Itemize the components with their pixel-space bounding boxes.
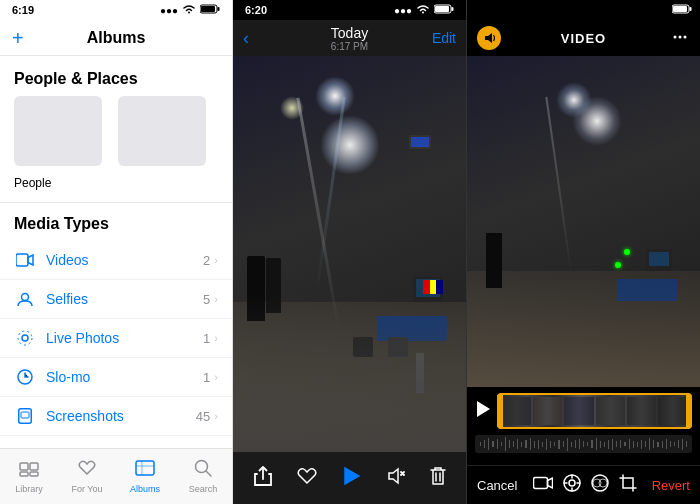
photo-battery-icon [434,4,454,16]
video-tool-icons [533,474,637,496]
people-thumb-1[interactable] [14,96,102,166]
photo-back-button[interactable]: ‹ [243,28,249,49]
tab-albums[interactable]: Albums [116,449,174,504]
videos-chevron: › [214,254,218,266]
waveform-bar [596,438,597,450]
waveform-bar [571,442,572,447]
video-play-button[interactable] [475,400,491,423]
waveform-bar [620,440,621,448]
timeline-strip[interactable] [497,393,692,429]
waveform-bar [538,440,539,449]
waveform-bar [670,441,671,447]
waveform-bar [530,438,531,450]
media-item-screenshots[interactable]: Screenshots 45 › [0,397,232,436]
waveform-bar [600,441,601,448]
waveform-bar [501,442,502,446]
video-battery [672,4,692,16]
waveform-bar [492,441,493,447]
videos-count: 2 [203,253,210,268]
tab-library-label: Library [15,484,43,494]
status-time: 6:19 [12,4,34,16]
svg-rect-18 [435,6,449,12]
people-thumb-2[interactable] [118,96,206,166]
timeline-handle-right[interactable] [686,393,692,429]
waveform-bar [662,441,663,448]
videos-label: Videos [46,252,203,268]
media-types-header: Media Types [0,211,232,241]
media-item-slo-mo[interactable]: Slo-mo 1 › [0,358,232,397]
tab-for-you[interactable]: For You [58,449,116,504]
share-button[interactable] [248,460,278,497]
mute-button[interactable] [379,461,411,496]
sound-icon[interactable] [477,26,501,50]
screenshots-count: 45 [196,409,210,424]
cancel-button[interactable]: Cancel [477,478,517,493]
timeline-filmstrip [497,393,692,429]
revert-button[interactable]: Revert [652,478,690,493]
video-light [556,82,592,118]
video-crop-tool[interactable] [619,474,637,496]
light-beam-2 [315,96,346,292]
waveform-bar [649,438,650,450]
photo-status-time: 6:20 [245,4,267,16]
video-adjust-tool[interactable] [563,474,581,496]
media-item-videos[interactable]: Videos 2 › [0,241,232,280]
svg-rect-1 [218,7,220,11]
video-filter-tool[interactable] [591,474,609,496]
add-album-button[interactable]: + [12,28,24,48]
people-places-header: People & Places [0,66,232,96]
waveform-bar [633,441,634,448]
delete-button[interactable] [424,460,452,497]
green-light-1 [624,249,630,255]
albums-content: People & Places People Media Types Video… [0,56,232,448]
tv [409,135,431,149]
svg-rect-14 [136,461,154,475]
waveform-bar [612,439,613,450]
waveform-bar [616,441,617,447]
video-scene [467,56,700,387]
selfies-chevron: › [214,293,218,305]
film-cell [627,397,656,425]
waveform-bar [546,439,547,450]
tab-search[interactable]: Search [174,449,232,504]
waveform-bar [587,442,588,446]
photo-edit-button[interactable]: Edit [432,30,456,46]
media-item-live-photos[interactable]: Live Photos 1 › [0,319,232,358]
waveform-bar [505,437,506,451]
tab-library[interactable]: Library [0,449,58,504]
waveform-bar [480,442,481,446]
people-label[interactable]: People [0,172,232,202]
albums-icon [135,459,155,482]
desk [377,316,447,341]
flag-pole [416,353,424,393]
tab-search-label: Search [189,484,218,494]
more-icon[interactable] [670,27,690,50]
svg-point-28 [592,475,608,491]
panel-albums: 6:19 ●●● + Albums Peop [0,0,233,504]
status-icons: ●●● [160,4,220,16]
panel-photo: 6:20 ●●● ‹ Today 6:17 PM [233,0,467,504]
screenshots-icon [14,405,36,427]
photo-title-main: Today [331,25,368,41]
media-item-selfies[interactable]: Selfies 5 › [0,280,232,319]
video-controls [467,387,700,465]
favorite-button[interactable] [291,461,323,496]
video-camera-tool[interactable] [533,475,553,495]
slo-mo-icon [14,366,36,388]
flag [423,280,443,294]
waveform-bar [686,441,687,447]
live-photos-chevron: › [214,332,218,344]
svg-rect-13 [30,472,38,476]
video-desk [617,279,677,301]
waveform-bar [567,438,568,451]
waveform-bar [563,441,564,447]
waveform-bar [525,440,526,448]
photo-nav-bar: ‹ Today 6:17 PM Edit [233,20,466,56]
chair-1 [388,337,408,357]
play-button[interactable] [336,460,366,497]
timeline-handle-left[interactable] [497,393,503,429]
photo-title-sub: 6:17 PM [331,41,368,52]
video-figure [486,233,502,288]
video-top-bar: VIDEO [467,20,700,56]
for-you-icon [77,459,97,482]
